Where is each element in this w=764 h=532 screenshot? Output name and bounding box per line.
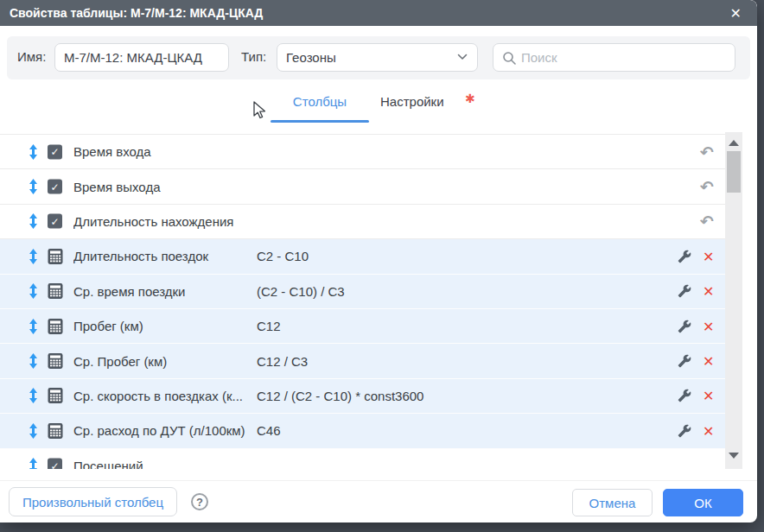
name-label: Имя:: [17, 49, 46, 64]
help-icon[interactable]: ?: [191, 493, 208, 510]
dialog-titlebar: Свойства таблицы: М-7/М-12: МКАД-ЦКАД ✕: [0, 0, 757, 26]
delete-icon[interactable]: ✕: [703, 283, 714, 300]
chevron-down-icon: [457, 54, 468, 60]
search-icon: [502, 51, 517, 66]
type-value: Геозоны: [286, 50, 336, 65]
columns-list: ✓ Время входа ↶ ✓: [0, 134, 725, 469]
settings-required-marker: ✱: [465, 92, 475, 105]
delete-icon[interactable]: ✕: [703, 318, 714, 334]
drag-handle-icon[interactable]: [29, 458, 38, 469]
drag-handle-icon[interactable]: [29, 388, 38, 403]
wrench-icon[interactable]: [678, 389, 691, 402]
drag-handle-icon[interactable]: [29, 144, 38, 160]
scroll-up-icon[interactable]: [729, 140, 739, 146]
column-label: Ср. Пробег (км): [73, 354, 251, 369]
type-select[interactable]: Геозоны: [277, 43, 478, 72]
search-input[interactable]: [521, 50, 726, 65]
column-formula: C2 - C10: [257, 249, 654, 263]
column-label: Ср. скорость в поездках (к...: [73, 389, 251, 403]
calculator-icon: [48, 318, 63, 334]
checkbox[interactable]: ✓: [48, 214, 62, 229]
column-formula: C12 / C3: [257, 354, 654, 369]
column-label: Время выхода: [73, 180, 251, 194]
drag-handle-icon[interactable]: [29, 319, 38, 334]
column-formula: C12 / (C2 - C10) * const3600: [257, 389, 654, 403]
delete-icon[interactable]: ✕: [703, 248, 714, 264]
wrench-icon[interactable]: [678, 424, 691, 438]
custom-column-button[interactable]: Произвольный столбец: [9, 487, 177, 516]
wrench-icon[interactable]: [678, 354, 691, 368]
drag-handle-icon[interactable]: [29, 283, 38, 299]
cancel-button[interactable]: Отмена: [572, 489, 653, 516]
column-label: Пробег (км): [73, 319, 251, 333]
wrench-icon[interactable]: [678, 284, 691, 298]
tab-columns[interactable]: Столбцы: [271, 94, 369, 109]
calculator-icon: [48, 353, 63, 370]
table-row: Пробег (км) C12 ✕: [0, 309, 725, 344]
column-label: Длительность нахождения: [73, 214, 251, 229]
checkbox[interactable]: ✓: [48, 459, 62, 469]
drag-handle-icon[interactable]: [29, 249, 38, 264]
undo-icon[interactable]: ↶: [700, 143, 714, 160]
table-row: Ср. расход по ДУТ (л/100км) C46 ✕: [0, 414, 725, 448]
scrollbar[interactable]: [725, 132, 742, 469]
column-label: Время входа: [73, 144, 251, 159]
table-row: Ср. время поездки (C2 - C10) / C3 ✕: [0, 275, 725, 309]
delete-icon[interactable]: ✕: [703, 422, 714, 439]
ok-button[interactable]: ОК: [663, 489, 743, 516]
column-label: Ср. время поездки: [73, 284, 251, 299]
type-label: Тип:: [241, 49, 266, 64]
undo-icon[interactable]: ↶: [700, 213, 714, 230]
column-label: Посещений: [73, 459, 251, 469]
undo-icon[interactable]: ↶: [700, 179, 714, 195]
drag-handle-icon[interactable]: [29, 213, 38, 229]
wrench-icon[interactable]: [678, 250, 691, 263]
delete-icon[interactable]: ✕: [703, 353, 714, 370]
table-row: Ср. скорость в поездках (к... C12 / (C2 …: [0, 379, 725, 414]
table-row: Длительность поездок C2 - C10 ✕: [0, 239, 725, 274]
name-field[interactable]: М-7/М-12: МКАД-ЦКАД: [54, 43, 229, 72]
delete-icon[interactable]: ✕: [703, 388, 714, 404]
table-row: ✓ Посещений: [0, 449, 725, 469]
table-row: ✓ Длительность нахождения ↶: [0, 205, 725, 239]
wrench-icon[interactable]: [678, 320, 691, 333]
drag-handle-icon[interactable]: [29, 353, 38, 369]
drag-handle-icon[interactable]: [29, 423, 38, 439]
calculator-icon: [48, 248, 63, 264]
calculator-icon: [48, 422, 63, 439]
column-formula: C46: [257, 423, 654, 438]
scrollbar-thumb[interactable]: [727, 151, 741, 193]
column-formula: (C2 - C10) / C3: [257, 284, 654, 299]
column-formula: C12: [257, 319, 654, 333]
column-label: Ср. расход по ДУТ (л/100км): [73, 423, 251, 438]
footer-separator: [0, 480, 757, 481]
table-properties-dialog: Свойства таблицы: М-7/М-12: МКАД-ЦКАД ✕ …: [0, 0, 757, 522]
table-row: ✓ Время входа ↶: [0, 135, 725, 169]
page-background: { "dialog": { "title": "Свойства таблицы…: [0, 0, 764, 532]
checkbox[interactable]: ✓: [48, 180, 62, 194]
calculator-icon: [48, 283, 63, 300]
table-row: ✓ Время выхода ↶: [0, 169, 725, 204]
column-label: Длительность поездок: [73, 249, 251, 263]
dialog-title: Свойства таблицы: М-7/М-12: МКАД-ЦКАД: [10, 6, 263, 20]
calculator-icon: [48, 388, 63, 404]
scroll-down-icon[interactable]: [729, 453, 739, 459]
search-box: [493, 43, 735, 72]
drag-handle-icon[interactable]: [29, 179, 38, 194]
close-icon[interactable]: ✕: [730, 0, 742, 26]
table-row: Ср. Пробег (км) C12 / C3 ✕: [0, 344, 725, 378]
checkbox[interactable]: ✓: [48, 144, 62, 159]
tab-settings[interactable]: Настройки: [380, 94, 444, 109]
name-value: М-7/М-12: МКАД-ЦКАД: [64, 50, 202, 65]
active-tab-underline: [271, 120, 369, 123]
